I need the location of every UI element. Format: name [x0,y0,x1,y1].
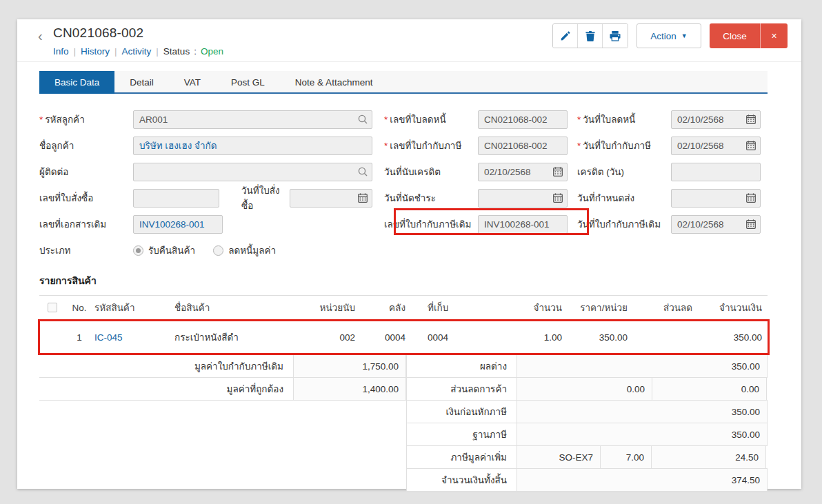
summary-label-tax-base: ฐานภาษี [406,423,517,446]
orig-doc-no-field[interactable]: INV100268-001 [133,215,223,234]
orig-tax-invoice-date-field[interactable]: 02/10/2568 [671,215,761,234]
tab-post-gl[interactable]: Post GL [216,71,280,94]
radio-selected-icon [133,245,143,256]
tax-invoice-no-label: *เลขที่ใบกำกับภาษี [384,138,478,153]
header-actions: Action ▼ Close × [552,23,788,48]
radio-return-goods-label: รับคืนสินค้า [148,243,195,258]
status-label: Status [163,46,190,57]
calendar-icon[interactable] [746,193,756,203]
close-x-button[interactable]: × [761,23,788,48]
delivery-date-field[interactable] [671,189,761,208]
po-no-label: เลขที่ใบสั่งซื้อ [39,190,133,205]
items-table: No. รหัสสินค้า ชื่อสินค้า หน่วยนับ คลัง … [39,295,768,492]
radio-unselected-icon [213,245,223,256]
row-warehouse: 0004 [355,332,405,343]
contact-field[interactable] [133,163,372,181]
summary-label-difference: ผลต่าง [406,354,517,378]
page-title: CN021068-002 [53,26,143,41]
calendar-icon[interactable] [746,114,756,124]
icon-button-group [552,23,628,48]
summary-value-difference: 350.00 [517,354,768,378]
payment-due-date-field[interactable] [478,189,568,208]
customer-name-field[interactable]: บริษัท เฮงเฮง จำกัด [133,137,372,155]
select-all-checkbox[interactable] [48,303,57,312]
orig-tax-invoice-no-field[interactable]: INV100268-001 [478,215,568,234]
required-asterisk: * [39,114,43,125]
header-links: Info|History|Activity|Status:Open [53,46,223,57]
link-separator: | [156,46,159,57]
delivery-date-label: วันที่กำหนดส่ง [577,190,671,205]
tab-detail[interactable]: Detail [114,71,169,94]
row-qty: 1.00 [484,332,562,343]
tab-basic-data[interactable]: Basic Data [39,71,114,94]
table-row[interactable]: 1 IC-045 กระเป๋าหนังสีดำ 002 0004 0004 1… [39,320,768,355]
calendar-icon[interactable] [746,219,756,229]
summary-label-vat: ภาษีมูลค่าเพิ่ม [406,445,517,469]
tax-invoice-no-field[interactable]: CN021068-002 [478,137,568,155]
action-dropdown-button[interactable]: Action ▼ [636,23,701,48]
customer-name-label: ชื่อลูกค้า [39,138,133,153]
tab-vat[interactable]: VAT [169,71,216,94]
summary-value-correct-value: 1,400.00 [293,377,406,401]
basic-data-form: *รหัสลูกค้า AR001 *เลขที่ใบลดหนี้ CN0210… [17,94,801,263]
link-info[interactable]: Info [53,46,69,57]
credit-count-date-field[interactable]: 02/10/2568 [478,163,568,181]
status-colon: : [194,46,197,57]
link-separator: | [114,46,117,57]
credit-days-field[interactable] [671,163,761,181]
search-icon[interactable] [358,167,368,177]
credit-note-no-label: *เลขที่ใบลดหนี้ [384,112,478,127]
trash-icon [585,31,595,41]
link-activity[interactable]: Activity [122,46,152,57]
calendar-icon[interactable] [746,141,756,150]
col-discount: ส่วนลด [628,300,692,315]
summary-vat-code: SO-EX7 [517,445,601,469]
calendar-icon[interactable] [553,193,563,203]
print-button[interactable] [603,24,628,48]
radio-return-goods[interactable]: รับคืนสินค้า [133,243,195,258]
status-badge: Open [201,46,223,57]
po-date-label: วันที่ใบสั่งซื้อ [219,183,290,213]
row-amount: 350.00 [692,332,768,343]
row-price: 350.00 [562,332,628,343]
radio-reduce-value[interactable]: ลดหนี้มูลค่า [213,243,276,258]
calendar-icon[interactable] [358,193,368,203]
po-date-field[interactable] [290,189,372,208]
product-code-link[interactable]: IC-045 [94,332,123,343]
summary-vat-amount: 24.50 [651,445,766,469]
po-no-field[interactable] [133,189,219,208]
delete-button[interactable] [578,24,603,48]
tax-invoice-date-field[interactable]: 02/10/2568 [671,137,761,155]
close-button[interactable]: Close [710,23,761,48]
summary-area: มูลค่าใบกำกับภาษีเดิม 1,750.00 มูลค่าที่… [39,355,768,492]
document-card: ‹ CN021068-002 Info|History|Activity|Sta… [17,19,801,489]
items-section-title: รายการสินค้า [39,273,801,288]
contact-label: ผู้ติดต่อ [39,164,133,179]
customer-code-label: *รหัสลูกค้า [39,112,133,127]
summary-label-orig-invoice-value: มูลค่าใบกำกับภาษีเดิม [39,354,294,378]
summary-value-trade-discount-1: 0.00 [517,377,652,401]
items-table-header: No. รหัสสินค้า ชื่อสินค้า หน่วยนับ คลัง … [39,295,768,320]
summary-value-tax-base: 350.00 [517,423,768,446]
tab-note-attachment[interactable]: Note & Attachment [280,71,388,94]
link-history[interactable]: History [81,46,110,57]
required-asterisk: * [577,141,581,151]
search-icon[interactable] [358,114,368,124]
credit-note-date-field[interactable]: 02/10/2568 [671,110,761,129]
header: ‹ CN021068-002 Info|History|Activity|Sta… [17,19,801,62]
summary-value-orig-invoice-value: 1,750.00 [293,354,406,378]
radio-reduce-value-label: ลดหนี้มูลค่า [228,243,276,258]
orig-tax-invoice-date-label: วันที่ใบกำกับภาษีเดิม [577,216,671,232]
tax-invoice-date-label: *วันที่ใบกำกับภาษี [577,138,671,153]
required-asterisk: * [384,141,388,151]
calendar-icon[interactable] [553,167,563,177]
col-product-name: ชื่อสินค้า [174,300,308,315]
summary-value-trade-discount-2: 0.00 [652,377,767,401]
back-chevron-icon[interactable]: ‹ [38,29,43,43]
col-unit: หน่วยนับ [308,300,355,315]
col-price: ราคา/หน่วย [562,300,628,315]
customer-code-field[interactable]: AR001 [133,110,372,129]
edit-button[interactable] [553,24,578,48]
credit-note-no-field[interactable]: CN021068-002 [478,110,568,129]
close-split-button: Close × [710,23,788,48]
